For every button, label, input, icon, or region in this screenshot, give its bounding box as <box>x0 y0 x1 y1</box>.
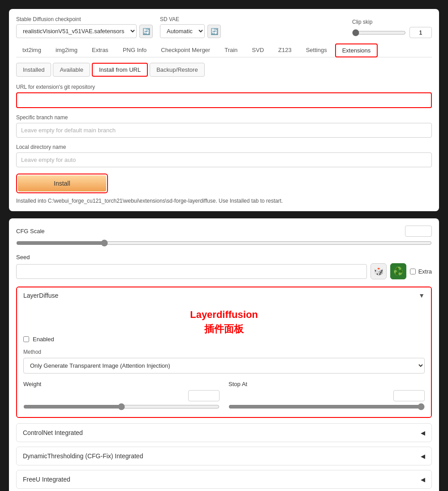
clip-skip-input[interactable]: 1 <box>409 27 432 38</box>
sdvae-select[interactable]: Automatic <box>160 24 205 38</box>
method-select-row: Only Generate Transparent Image (Attenti… <box>23 358 425 374</box>
cfg-scale-slider-row <box>16 239 432 247</box>
method-select[interactable]: Only Generate Transparent Image (Attenti… <box>23 358 425 374</box>
clip-skip-slider[interactable] <box>352 29 406 36</box>
tab-z123[interactable]: Z123 <box>272 43 298 57</box>
stoat-slider[interactable] <box>228 403 425 410</box>
extra-checkbox[interactable] <box>410 269 416 274</box>
layerdiffuse-header[interactable]: LayerDiffuse ▼ <box>17 287 431 304</box>
branch-label: Specific branch name <box>16 114 432 121</box>
cfg-scale-slider[interactable] <box>16 239 432 247</box>
seed-recycle-button[interactable]: ♻️ <box>390 263 406 279</box>
tab-extras[interactable]: Extras <box>86 43 115 57</box>
layerdiffuse-enabled-checkbox[interactable] <box>23 336 29 342</box>
tab-png-info[interactable]: PNG Info <box>116 43 153 57</box>
weight-label: Weight <box>23 381 220 387</box>
url-form-group: URL for extension's git repository https… <box>16 84 432 108</box>
controlnet-title: ControlNet Integrated <box>23 429 83 436</box>
weight-input[interactable]: 1 <box>188 390 220 401</box>
annotation-line1: Layerdiffusion <box>23 309 425 321</box>
local-dir-form-group: Local directory name <box>16 144 432 167</box>
subtab-backup-restore[interactable]: Backup/Restore <box>150 63 205 77</box>
clip-skip-label: Clip skip <box>352 19 372 25</box>
tab-img2img[interactable]: img2img <box>49 43 84 57</box>
layerdiffuse-title: LayerDiffuse <box>23 292 58 299</box>
dynamicthresholding-accordion[interactable]: DynamicThresholding (CFG-Fix) Integrated… <box>16 447 432 465</box>
checkpoint-select[interactable]: realisticVisionV51_v51VAE.safetensors <box>16 24 137 38</box>
main-nav-tabs: txt2img img2img Extras PNG Info Checkpoi… <box>16 43 432 57</box>
enabled-label: Enabled <box>33 336 54 343</box>
cfg-scale-label: CFG Scale <box>16 228 47 235</box>
subtab-available[interactable]: Available <box>53 63 90 77</box>
extensions-sub-tabs: Installed Available Install from URL Bac… <box>16 63 432 77</box>
freeu-accordion[interactable]: FreeU Integrated ◀ <box>16 470 432 489</box>
local-dir-label: Local directory name <box>16 144 432 150</box>
branch-form-group: Specific branch name <box>16 114 432 138</box>
layerdiffuse-body: Layerdiffusion 插件面板 Enabled Method Only … <box>17 304 431 417</box>
url-input[interactable]: https://github.com/layerdiffusion/sd-for… <box>16 92 432 108</box>
freeu-arrow-icon: ◀ <box>421 476 425 483</box>
tab-extensions[interactable]: Extensions <box>335 43 378 57</box>
install-status-text: Installed into C:\webui_forge_cu121_torc… <box>16 198 432 204</box>
tab-txt2img[interactable]: txt2img <box>16 43 47 57</box>
weight-slider[interactable] <box>23 403 220 410</box>
weight-col: Weight 1 <box>23 381 220 412</box>
layerdiffuse-arrow-icon: ▼ <box>418 292 425 299</box>
extra-label: Extra <box>418 268 432 275</box>
cfg-scale-input[interactable]: 7 <box>405 226 432 237</box>
subtab-installed[interactable]: Installed <box>16 63 51 77</box>
tab-checkpoint-merger[interactable]: Checkpoint Merger <box>155 43 216 57</box>
subtab-install-from-url[interactable]: Install from URL <box>92 63 148 77</box>
sdvae-label: SD VAE <box>160 16 221 22</box>
seed-input[interactable]: -1 <box>16 264 367 279</box>
tab-settings[interactable]: Settings <box>300 43 333 57</box>
seed-random-button[interactable]: 🎲 <box>370 263 387 279</box>
install-button[interactable]: Install <box>18 175 106 191</box>
stoat-label: Stop At <box>228 381 425 387</box>
branch-input[interactable] <box>16 123 432 138</box>
install-button-wrapper: Install <box>16 174 108 193</box>
stoat-col: Stop At 1 <box>228 381 425 412</box>
sdvae-refresh-icon[interactable]: 🔄 <box>207 25 221 38</box>
weight-stoat-row: Weight 1 Stop At 1 <box>23 381 425 412</box>
stoat-input[interactable]: 1 <box>393 390 425 401</box>
url-label: URL for extension's git repository <box>16 84 432 90</box>
annotation-line2: 插件面板 <box>23 322 425 336</box>
seed-section: Seed -1 🎲 ♻️ Extra <box>16 254 432 279</box>
layerdiffuse-panel: LayerDiffuse ▼ Layerdiffusion 插件面板 Enabl… <box>16 287 432 418</box>
controlnet-arrow-icon: ◀ <box>421 430 425 436</box>
dynamicthresholding-arrow-icon: ◀ <box>421 453 425 460</box>
dynamicthresholding-title: DynamicThresholding (CFG-Fix) Integrated <box>23 452 143 460</box>
tab-train[interactable]: Train <box>218 43 244 57</box>
controlnet-accordion[interactable]: ControlNet Integrated ◀ <box>16 423 432 442</box>
freeu-title: FreeU Integrated <box>23 476 70 483</box>
checkpoint-label: Stable Diffusion checkpoint <box>16 16 153 22</box>
method-label: Method <box>23 349 425 355</box>
local-dir-input[interactable] <box>16 152 432 167</box>
tab-svd[interactable]: SVD <box>246 43 270 57</box>
checkpoint-refresh-icon[interactable]: 🔄 <box>139 25 153 38</box>
enabled-row: Enabled <box>23 336 425 343</box>
seed-label: Seed <box>16 254 432 261</box>
